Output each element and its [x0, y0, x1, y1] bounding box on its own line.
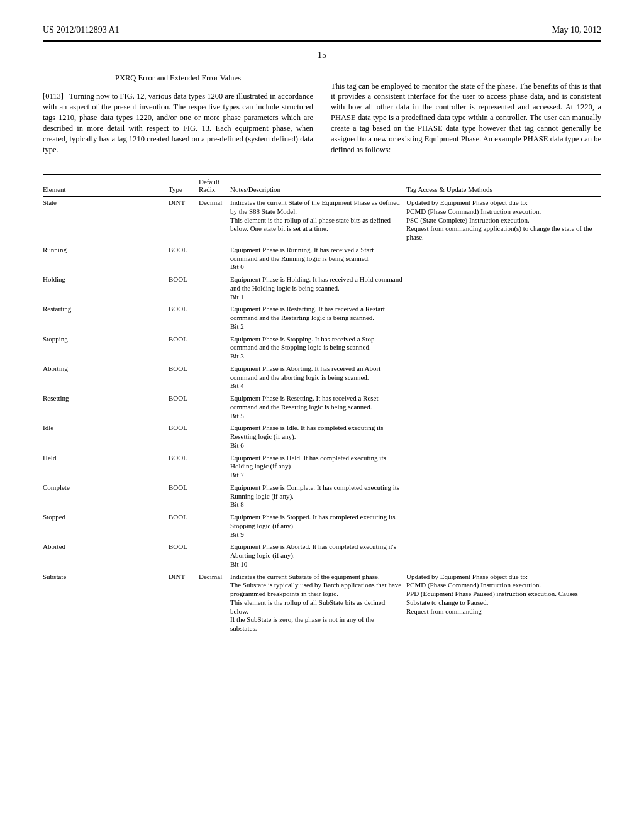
cell-type: BOOL — [169, 541, 199, 570]
cell-notes: Indicates the current State of the Equip… — [230, 197, 406, 244]
cell-element: Holding — [43, 274, 169, 303]
cell-type: BOOL — [169, 333, 199, 363]
cell-access — [406, 274, 601, 303]
cell-access: Updated by Equipment Phase object due to… — [406, 197, 601, 244]
cell-type: BOOL — [169, 392, 199, 422]
cell-access — [406, 333, 601, 363]
cell-type: DINT — [169, 197, 199, 244]
paragraph-right: This tag can be employed to monitor the … — [331, 81, 601, 155]
table-row: AbortingBOOLEquipment Phase is Aborting.… — [43, 363, 601, 392]
cell-element: Complete — [43, 482, 169, 511]
cell-element: Running — [43, 244, 169, 274]
paragraph-0113: [0113] Turning now to FIG. 12, various d… — [43, 91, 313, 155]
table-row: RestartingBOOLEquipment Phase is Restart… — [43, 303, 601, 333]
th-radix: Default Radix — [199, 175, 230, 197]
th-access: Tag Access & Update Methods — [406, 175, 601, 197]
table-row: StateDINTDecimalIndicates the current St… — [43, 197, 601, 244]
table-row: HoldingBOOLEquipment Phase is Holding. I… — [43, 274, 601, 303]
left-column: PXRQ Error and Extended Error Values [01… — [43, 73, 313, 163]
table-row: SubstateDINTDecimalIndicates the current… — [43, 571, 601, 635]
cell-notes: Equipment Phase is Resetting. It has rec… — [230, 392, 406, 422]
cell-element: Resetting — [43, 392, 169, 422]
cell-type: BOOL — [169, 422, 199, 451]
cell-access — [406, 244, 601, 274]
cell-radix: Decimal — [199, 571, 230, 635]
cell-notes: Equipment Phase is Stopping. It has rece… — [230, 333, 406, 363]
cell-radix — [199, 541, 230, 570]
cell-notes: Indicates the current Substate of the eq… — [230, 571, 406, 635]
table-row: RunningBOOLEquipment Phase is Running. I… — [43, 244, 601, 274]
cell-notes: Equipment Phase is Holding. It has recei… — [230, 274, 406, 303]
cell-element: Substate — [43, 571, 169, 635]
cell-access: Updated by Equipment Phase object due to… — [406, 571, 601, 635]
cell-notes: Equipment Phase is Aborted. It has compl… — [230, 541, 406, 570]
cell-type: BOOL — [169, 452, 199, 482]
cell-radix — [199, 392, 230, 422]
cell-access — [406, 541, 601, 570]
paragraph-text: Turning now to FIG. 12, various data typ… — [43, 92, 313, 153]
cell-access — [406, 452, 601, 482]
cell-type: BOOL — [169, 511, 199, 541]
th-element: Element — [43, 175, 169, 197]
table-row: AbortedBOOLEquipment Phase is Aborted. I… — [43, 541, 601, 570]
page-number: 15 — [43, 50, 601, 60]
cell-notes: Equipment Phase is Held. It has complete… — [230, 452, 406, 482]
body-columns: PXRQ Error and Extended Error Values [01… — [43, 73, 601, 163]
cell-radix — [199, 452, 230, 482]
publication-number: US 2012/0112893 A1 — [43, 25, 119, 35]
cell-access — [406, 482, 601, 511]
cell-type: BOOL — [169, 244, 199, 274]
header-rule — [43, 40, 601, 42]
cell-element: Idle — [43, 422, 169, 451]
cell-type: BOOL — [169, 363, 199, 392]
table-row: ResettingBOOLEquipment Phase is Resettin… — [43, 392, 601, 422]
cell-element: State — [43, 197, 169, 244]
cell-notes: Equipment Phase is Stopped. It has compl… — [230, 511, 406, 541]
cell-type: BOOL — [169, 482, 199, 511]
cell-radix — [199, 511, 230, 541]
cell-element: Aborting — [43, 363, 169, 392]
th-type: Type — [169, 175, 199, 197]
cell-access — [406, 422, 601, 451]
cell-element: Restarting — [43, 303, 169, 333]
cell-element: Aborted — [43, 541, 169, 570]
cell-radix — [199, 274, 230, 303]
table-row: StoppedBOOLEquipment Phase is Stopped. I… — [43, 511, 601, 541]
cell-radix — [199, 482, 230, 511]
cell-radix: Decimal — [199, 197, 230, 244]
table-row: CompleteBOOLEquipment Phase is Complete.… — [43, 482, 601, 511]
table-row: StoppingBOOLEquipment Phase is Stopping.… — [43, 333, 601, 363]
cell-radix — [199, 422, 230, 451]
cell-element: Held — [43, 452, 169, 482]
cell-radix — [199, 363, 230, 392]
cell-element: Stopping — [43, 333, 169, 363]
cell-notes: Equipment Phase is Idle. It has complete… — [230, 422, 406, 451]
cell-radix — [199, 333, 230, 363]
th-notes: Notes/Description — [230, 175, 406, 197]
cell-element: Stopped — [43, 511, 169, 541]
page-header: US 2012/0112893 A1 May 10, 2012 — [43, 25, 601, 35]
section-title: PXRQ Error and Extended Error Values — [43, 73, 313, 84]
cell-radix — [199, 244, 230, 274]
phase-data-type-table: Element Type Default Radix Notes/Descrip… — [43, 174, 601, 635]
cell-type: BOOL — [169, 274, 199, 303]
cell-radix — [199, 303, 230, 333]
right-column: This tag can be employed to monitor the … — [331, 73, 601, 163]
publication-date: May 10, 2012 — [552, 25, 601, 35]
paragraph-label: [0113] — [43, 92, 64, 101]
cell-notes: Equipment Phase is Complete. It has comp… — [230, 482, 406, 511]
table-row: HeldBOOLEquipment Phase is Held. It has … — [43, 452, 601, 482]
cell-notes: Equipment Phase is Restarting. It has re… — [230, 303, 406, 333]
cell-notes: Equipment Phase is Running. It has recei… — [230, 244, 406, 274]
cell-type: BOOL — [169, 303, 199, 333]
cell-access — [406, 363, 601, 392]
cell-access — [406, 303, 601, 333]
cell-notes: Equipment Phase is Aborting. It has rece… — [230, 363, 406, 392]
table-row: IdleBOOLEquipment Phase is Idle. It has … — [43, 422, 601, 451]
cell-access — [406, 392, 601, 422]
cell-type: DINT — [169, 571, 199, 635]
cell-access — [406, 511, 601, 541]
